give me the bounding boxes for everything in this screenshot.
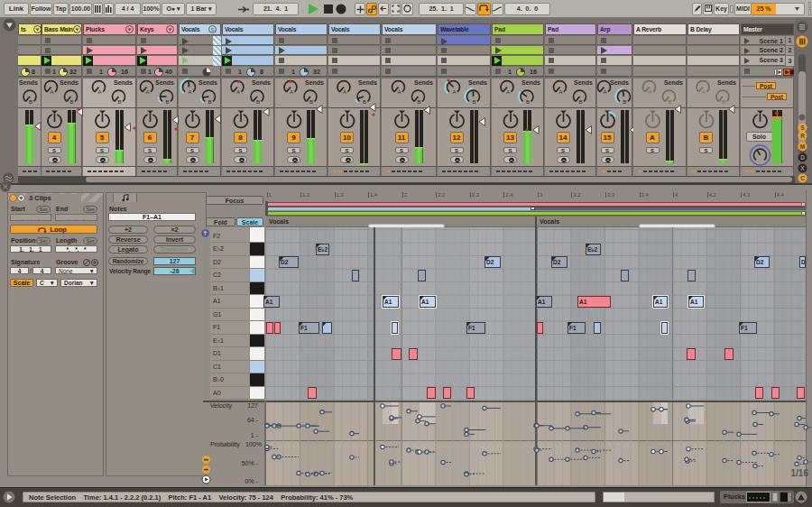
svg-text:R: R [800,133,805,139]
svg-text:S: S [210,27,214,32]
svg-text:D: D [800,154,805,161]
svg-text:C: C [800,175,805,181]
svg-text:X: X [800,165,805,171]
svg-text:M: M [799,143,804,150]
svg-text:S: S [800,124,805,131]
